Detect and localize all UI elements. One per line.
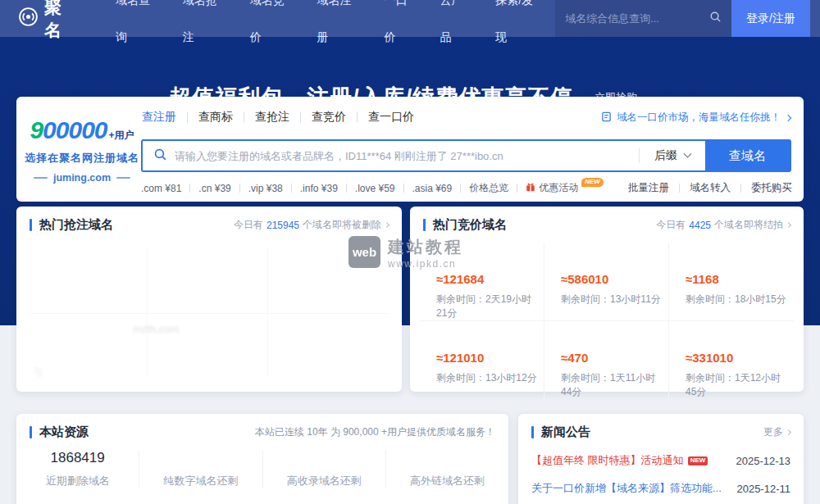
nav-item-cloud-products[interactable]: 云产品 [429,0,485,56]
nav-item-domain-query[interactable]: 域名查询 [105,0,172,56]
document-icon [601,111,612,125]
promo-tagline: 选择在聚名网注册域名 [21,151,143,166]
nav-item-domain-register[interactable]: 域名注册 [307,0,374,56]
price-link-asia[interactable]: .asia ¥69 [412,183,453,194]
stat-value [386,450,508,468]
auction-item[interactable]: ≈331010 剩余时间：1天12小时45分 [669,321,794,399]
auction-price: ≈121684 [436,272,537,286]
entrust-buy-link[interactable]: 委托购买 [751,181,792,195]
news-more-link[interactable]: 更多 [763,425,790,439]
price-link-love[interactable]: .love ¥59 [355,183,395,194]
auction-item[interactable]: ≈1168 剩余时间：18小时15分 [669,243,794,321]
tab-check-buy-now[interactable]: 查一口价 [368,110,414,125]
stat-value: 1868419 [16,450,139,468]
hot-preregister-panel: 热门抢注域名 今日有 215945 个域名即将被删除 mzth.com fg [16,207,402,392]
login-register-button[interactable]: 登录/注册 [731,0,810,37]
promo-activity-label: 优惠活动 [539,181,578,195]
news-item: 【超值年终 限时特惠】活动通知 NEW 2025-12-13 [518,453,804,468]
auction-time-left: 剩余时间：13小时11分 [561,293,662,306]
auction-price: ≈331010 [686,351,787,365]
nav-item-domain-backorder[interactable]: 域名抢注 [172,0,239,56]
site-logo[interactable]: 聚名 [18,0,82,42]
auction-price: ≈121010 [436,351,537,365]
auction-price: ≈470 [561,351,662,365]
site-resources-panel: 本站资源 本站已连续 10年 为 900,000 +用户提供优质域名服务！ 18… [16,414,508,504]
meta-suffix: 个域名即将结拍 [714,218,783,232]
header-accent-bar [30,426,32,438]
gift-icon [526,182,535,194]
nav-item-explore[interactable]: 探索/发现 [485,0,555,56]
meta-suffix: 个域名即将被删除 [303,218,381,232]
auction-time-left: 剩余时间：2天19小时21分 [436,293,537,320]
user-count-promo: 900000+用户 选择在聚名网注册域名 juming.com [21,118,143,184]
watermark-title: 建站教程 [388,236,463,258]
resources-title: 本站资源 [39,425,89,440]
chevron-right-icon [786,429,791,435]
navbar-search-input[interactable] [565,12,709,25]
tab-check-backorder[interactable]: 查抢注 [255,110,289,125]
tab-check-auction[interactable]: 查竞价 [312,110,346,125]
domain-search-input[interactable] [175,150,639,162]
news-date: 2025-12-11 [736,483,790,495]
stat-label: 高外链域名还剩 [386,474,508,488]
price-link-vip[interactable]: .vip ¥38 [248,183,283,194]
news-link[interactable]: 【超值年终 限时特惠】活动通知 NEW [531,453,708,468]
search-domain-button[interactable]: 查域名 [705,141,790,170]
promo-site: juming.com [21,172,143,184]
news-panel: 新闻公告 更多 【超值年终 限时特惠】活动通知 NEW 2025-12-13 关… [518,414,804,504]
suffix-label: 后缀 [654,148,677,163]
meta-count: 215945 [266,220,299,231]
domain-search-input-wrap [143,141,639,170]
auction-more-link[interactable]: 今日有 4425 个域名即将结拍 [656,218,790,232]
register-service-links: 批量注册 域名转入 委托购买 [628,181,792,195]
chevron-down-icon [684,149,692,157]
preregister-list-censored: mzth.com fg [26,243,392,384]
auction-grid: ≈121684 剩余时间：2天19小时21分 ≈586010 剩余时间：13小时… [420,243,794,385]
auction-price: ≈586010 [561,272,662,286]
search-icon[interactable] [709,11,722,26]
auction-item[interactable]: ≈586010 剩余时间：13小时11分 [544,243,669,321]
buy-now-market-link[interactable]: 域名一口价市场，海量域名任你挑！ [601,111,790,125]
blurred-domain-text: mzth.com [133,323,179,335]
user-count-number: 900000+用户 [21,118,143,148]
auction-item[interactable]: ≈470 剩余时间：1天11小时44分 [544,321,669,399]
auction-item[interactable]: ≈121010 剩余时间：13小时12分 [420,321,544,399]
promo-activity-link[interactable]: 优惠活动 NEW [526,181,604,195]
auction-time-left: 剩余时间：13小时12分 [436,371,537,385]
preregister-title: 热门抢注域名 [39,217,113,233]
price-link-info[interactable]: .info ¥39 [300,183,338,194]
watermark-logo: web [348,236,380,268]
nav-item-buy-now[interactable]: 一口价 [373,0,429,56]
stat-recently-deleted: 1868419 近期删除域名 [16,450,139,488]
meta-prefix: 今日有 [234,218,263,232]
news-more-label: 更多 [763,425,783,439]
price-overview-link[interactable]: 价格总览 [469,181,508,195]
bulk-register-link[interactable]: 批量注册 [628,181,669,195]
news-link[interactable]: 关于一口价新增【域名来源】筛选功能... [531,481,722,496]
chevron-right-icon [786,222,791,228]
news-title: 新闻公告 [541,425,590,440]
search-icon [153,148,167,165]
price-link-cn[interactable]: .cn ¥39 [198,183,230,194]
suffix-dropdown[interactable]: 后缀 [640,141,705,170]
logo-icon [18,7,39,30]
hot-auction-panel: 热门竞价域名 今日有 4425 个域名即将结拍 ≈121684 剩余时间：2天1… [410,207,804,392]
news-item: 关于一口价新增【域名来源】筛选功能... 2025-12-11 [518,481,804,496]
new-badge: NEW [581,178,604,187]
resources-subtitle: 本站已连续 10年 为 900,000 +用户提供优质域名服务！ [255,425,495,439]
tab-check-register[interactable]: 查注册 [142,110,176,125]
tab-check-trademark[interactable]: 查商标 [198,110,233,125]
news-date: 2025-12-13 [736,455,791,467]
auction-time-left: 剩余时间：18小时15分 [686,293,787,306]
chevron-right-icon [384,222,390,228]
preregister-more-link[interactable]: 今日有 215945 个域名即将被删除 [234,218,389,232]
logo-text: 聚名 [44,0,82,42]
domain-transfer-link[interactable]: 域名转入 [690,181,731,195]
auction-title: 热门竞价域名 [433,217,507,233]
main-nav: 域名查询 域名抢注 域名竞价 域名注册 一口价 云产品 探索/发现 [105,0,555,56]
nav-item-domain-auction[interactable]: 域名竞价 [239,0,307,56]
auction-time-left: 剩余时间：1天11小时44分 [561,371,662,399]
price-link-com[interactable]: .com ¥81 [141,183,181,194]
top-navbar: 聚名 域名查询 域名抢注 域名竞价 域名注册 一口价 云产品 探索/发现 登录/… [0,0,820,37]
site-watermark: web 建站教程 www.ipkd.cn [348,236,463,270]
